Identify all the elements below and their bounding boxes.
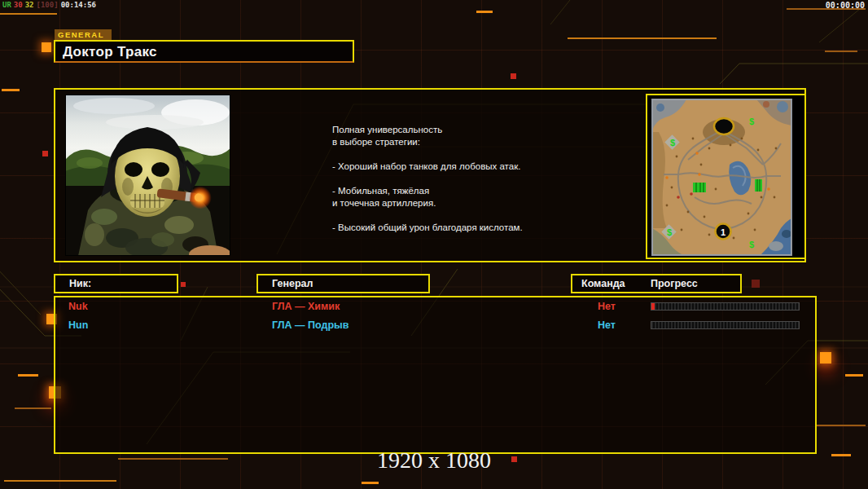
- general-description: Полная универсальность в выборе стратеги…: [332, 124, 609, 246]
- orange-dash: [845, 374, 863, 377]
- orange-dash: [815, 425, 866, 426]
- net-value-2: 32: [25, 1, 34, 9]
- general-name: Доктор Тракс: [55, 42, 353, 60]
- progress-bar-hatch: [651, 303, 799, 310]
- orange-dash: [362, 482, 379, 484]
- red-square-accent: [42, 151, 48, 156]
- orange-dash: [0, 13, 57, 15]
- portrait-image: [65, 95, 230, 256]
- orange-dash: [15, 408, 51, 409]
- net-tag: UR: [2, 1, 11, 9]
- description-paragraph: Полная универсальность в выборе стратеги…: [332, 124, 609, 148]
- dark-red-square-accent: [752, 280, 760, 288]
- orange-dash: [831, 454, 851, 456]
- orange-dash: [18, 374, 38, 377]
- general-tab-label: GENERAL: [55, 29, 112, 40]
- game-clock: 00:00:00: [826, 1, 865, 10]
- resolution-label: 1920 x 1080: [312, 447, 556, 474]
- orange-square-accent: [42, 42, 51, 52]
- progress-bar-hatch: [651, 322, 799, 328]
- column-header-team-progress: Команда Прогресс: [571, 274, 742, 293]
- supply-marker: $: [670, 138, 675, 148]
- progress-header-label: Прогресс: [651, 275, 698, 292]
- start-position-number: 1: [721, 227, 726, 237]
- player-general: ГЛА — Химик: [272, 301, 340, 312]
- player-progress-bar: [651, 302, 800, 311]
- general-header-label: Генерал: [258, 275, 428, 292]
- general-select-screen: UR3032[100]00:14:56 00:00:00 GENERAL Док…: [0, 0, 868, 489]
- net-value-3: [100]: [37, 1, 59, 9]
- description-paragraph: - Мобильная, тяжёлая и точечная артиллер…: [332, 185, 609, 209]
- player-team[interactable]: Нет: [598, 301, 616, 312]
- player-team[interactable]: Нет: [598, 319, 616, 331]
- column-header-nick: Ник:: [54, 274, 178, 293]
- supply-marker: $: [667, 227, 672, 237]
- orange-dash: [476, 11, 493, 13]
- column-header-general: Генерал: [256, 274, 430, 293]
- player-general: ГЛА — Подрыв: [272, 319, 349, 331]
- start-position-top: [714, 118, 734, 134]
- description-paragraph: - Хороший набор танков для лобовых атак.: [332, 161, 609, 173]
- progress-bar-fill: [651, 303, 655, 310]
- description-paragraph: - Высокий общий урон благодаря кислотам.: [332, 222, 609, 234]
- red-square-accent: [511, 73, 516, 79]
- supply-marker: $: [749, 117, 754, 126]
- general-portrait: [65, 95, 230, 256]
- red-square-accent: [181, 282, 186, 287]
- supply-marker: $: [749, 240, 754, 249]
- network-stats-overlay: UR3032[100]00:14:56: [2, 1, 99, 9]
- minimap-box: $ $ $ $ 1: [646, 94, 806, 259]
- orange-dash: [568, 37, 717, 39]
- session-elapsed-time: 00:14:56: [61, 1, 96, 9]
- orange-dash: [2, 89, 20, 91]
- general-title-box: Доктор Тракс: [54, 40, 354, 63]
- net-value-1: 30: [14, 1, 23, 9]
- orange-square-accent: [820, 352, 831, 363]
- orange-dash: [4, 480, 116, 482]
- player-nick[interactable]: Nuk: [68, 301, 88, 312]
- orange-dash: [118, 458, 228, 460]
- minimap: $ $ $ $ 1: [651, 99, 792, 256]
- players-list-panel: [54, 296, 817, 454]
- orange-dash: [825, 51, 857, 52]
- player-nick[interactable]: Hun: [68, 319, 88, 331]
- nick-header-label: Ник:: [55, 275, 177, 292]
- player-progress-bar: [651, 321, 800, 329]
